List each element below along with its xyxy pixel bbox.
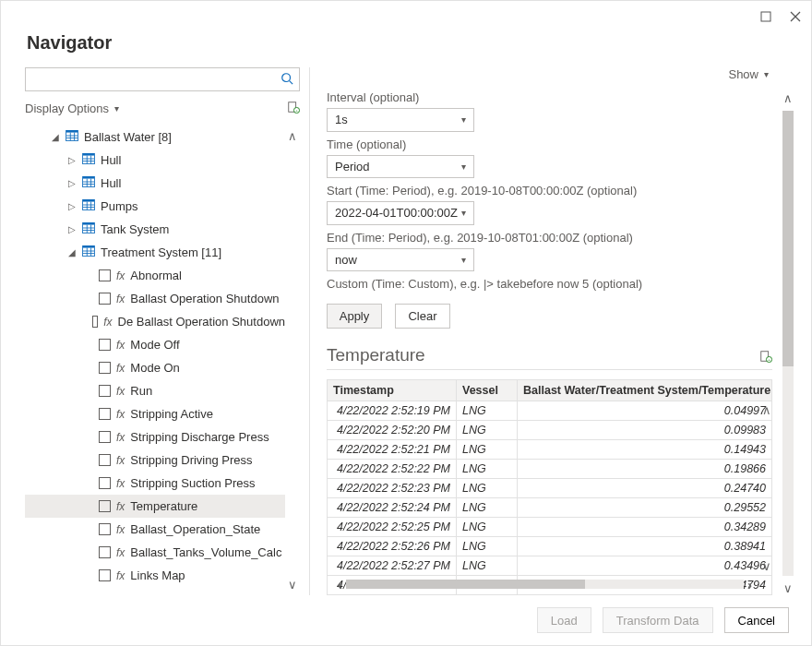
- table-row[interactable]: 4/22/2022 2:52:25 PMLNG0.34289: [328, 518, 772, 537]
- tree-node[interactable]: fxTemperature: [25, 495, 285, 518]
- tree-node[interactable]: fxBallast_Tanks_Volume_Calc: [25, 541, 285, 564]
- caret-right-icon[interactable]: ▷: [67, 178, 77, 188]
- tree-node[interactable]: fxLinks Map: [25, 564, 285, 587]
- scroll-up-icon[interactable]: ∧: [762, 403, 771, 417]
- tree-node[interactable]: fxStripping Active: [25, 402, 285, 425]
- display-options-dropdown[interactable]: Display Options ▾: [25, 102, 119, 115]
- checkbox[interactable]: [99, 500, 111, 512]
- cancel-button[interactable]: Cancel: [724, 607, 789, 633]
- caret-down-icon[interactable]: ◢: [67, 247, 77, 257]
- time-combo[interactable]: Period ▾: [327, 155, 474, 179]
- tree-node[interactable]: fxStripping Discharge Press: [25, 425, 285, 449]
- scroll-down-icon[interactable]: ∨: [288, 578, 297, 592]
- fx-icon: fx: [116, 408, 125, 421]
- checkbox[interactable]: [99, 546, 111, 558]
- table-row[interactable]: 4/22/2022 2:52:23 PMLNG0.24740: [328, 479, 772, 498]
- table-row[interactable]: 4/22/2022 2:52:21 PMLNG0.14943: [328, 440, 772, 460]
- table-row[interactable]: 4/22/2022 2:52:22 PMLNG0.19866: [328, 460, 772, 479]
- tree-node[interactable]: fxBallast_Operation_State: [25, 518, 285, 541]
- close-icon[interactable]: [789, 10, 802, 23]
- checkbox[interactable]: [99, 269, 111, 281]
- refresh-data-icon[interactable]: +: [759, 350, 772, 365]
- right-scrollbar[interactable]: ∧ ∨: [780, 67, 796, 595]
- tree-node[interactable]: fxDe Ballast Operation Shutdown: [25, 310, 285, 333]
- search-box[interactable]: [25, 67, 300, 91]
- maximize-icon[interactable]: [759, 10, 772, 23]
- tree-node[interactable]: ▷Tank System: [25, 218, 285, 241]
- refresh-icon[interactable]: +: [287, 101, 300, 116]
- tree-node[interactable]: fxMode On: [25, 356, 285, 379]
- start-label: Start (Time: Period), e.g. 2019-10-08T00…: [327, 184, 772, 197]
- table-icon: [82, 245, 95, 259]
- column-header[interactable]: Vessel: [457, 380, 518, 401]
- scroll-up-icon[interactable]: ∧: [783, 91, 793, 105]
- checkbox[interactable]: [92, 316, 98, 328]
- fx-icon: fx: [116, 293, 125, 305]
- cell-timestamp: 4/22/2022 2:52:23 PM: [328, 479, 457, 498]
- page-title: Navigator: [27, 32, 785, 54]
- caret-down-icon[interactable]: ◢: [51, 132, 60, 142]
- checkbox[interactable]: [99, 523, 111, 535]
- checkbox[interactable]: [99, 569, 111, 581]
- scroll-down-icon[interactable]: ∨: [783, 581, 793, 595]
- tree-node[interactable]: ◢Ballast Water [8]: [25, 126, 285, 149]
- scrollbar-thumb[interactable]: [346, 580, 585, 589]
- tree-node[interactable]: fxRun: [25, 379, 285, 402]
- tree-node-label: Mode On: [130, 361, 179, 375]
- tree-node[interactable]: fxStripping Driving Press: [25, 449, 285, 472]
- column-header[interactable]: Ballast Water/Treatment System/Temperatu…: [518, 380, 772, 401]
- tree-node[interactable]: fxBallast Operation Shutdown: [25, 287, 285, 310]
- tree-node-label: Ballast Operation Shutdown: [130, 292, 279, 305]
- tree-node-label: Stripping Suction Press: [130, 476, 255, 490]
- checkbox[interactable]: [99, 454, 111, 466]
- data-grid[interactable]: TimestampVesselBallast Water/Treatment S…: [327, 379, 772, 595]
- table-row[interactable]: 4/22/2022 2:52:26 PMLNG0.38941: [328, 537, 772, 556]
- checkbox[interactable]: [99, 339, 111, 351]
- clear-button[interactable]: Clear: [395, 304, 450, 329]
- table-row[interactable]: 4/22/2022 2:52:19 PMLNG0.04997: [328, 401, 772, 421]
- scroll-up-icon[interactable]: ∧: [288, 129, 297, 143]
- tree-node[interactable]: fxAbnormal: [25, 264, 285, 287]
- grid-horizontal-scrollbar[interactable]: ‹ ›: [338, 577, 752, 592]
- grid-vertical-scrollbar[interactable]: ∧ ∨: [759, 403, 774, 573]
- tree-node[interactable]: ◢Treatment System [11]: [25, 241, 285, 264]
- start-combo[interactable]: 2022-04-01T00:00:00Z ▾: [327, 201, 474, 225]
- search-input[interactable]: [31, 69, 281, 90]
- tree-node[interactable]: fxStripping Suction Press: [25, 472, 285, 495]
- checkbox[interactable]: [99, 408, 111, 420]
- column-header[interactable]: Timestamp: [328, 380, 457, 401]
- navigator-tree[interactable]: ◢Ballast Water [8]▷Hull▷Hull▷Pumps▷Tank …: [25, 126, 285, 595]
- scroll-right-icon[interactable]: ›: [747, 577, 752, 592]
- interval-combo[interactable]: 1s ▾: [327, 108, 474, 132]
- cell-vessel: LNG: [457, 401, 518, 421]
- titlebar: [1, 1, 811, 32]
- show-dropdown[interactable]: Show ▾: [728, 67, 769, 81]
- tree-node[interactable]: ▷Pumps: [25, 195, 285, 218]
- scrollbar-thumb[interactable]: [782, 111, 794, 366]
- checkbox[interactable]: [99, 431, 111, 443]
- table-row[interactable]: 4/22/2022 2:52:27 PMLNG0.43496: [328, 556, 772, 576]
- table-row[interactable]: 4/22/2022 2:52:20 PMLNG0.09983: [328, 421, 772, 440]
- svg-rect-33: [83, 225, 94, 233]
- caret-right-icon[interactable]: ▷: [67, 155, 77, 165]
- tree-node[interactable]: ▷Hull: [25, 149, 285, 172]
- cell-timestamp: 4/22/2022 2:52:21 PM: [328, 440, 457, 460]
- checkbox[interactable]: [99, 362, 111, 374]
- tree-node[interactable]: fxMode Off: [25, 333, 285, 356]
- cell-value: 0.43496: [518, 556, 772, 576]
- checkbox[interactable]: [99, 477, 111, 489]
- checkbox[interactable]: [99, 293, 111, 305]
- search-icon[interactable]: [281, 72, 293, 88]
- tree-node[interactable]: ▷Hull: [25, 172, 285, 195]
- scroll-left-icon[interactable]: ‹: [338, 577, 342, 592]
- svg-text:+: +: [295, 108, 298, 113]
- end-combo[interactable]: now ▾: [327, 248, 474, 272]
- checkbox[interactable]: [99, 385, 111, 397]
- caret-right-icon[interactable]: ▷: [67, 224, 77, 234]
- table-row[interactable]: 4/22/2022 2:52:24 PMLNG0.29552: [328, 498, 772, 518]
- svg-rect-27: [83, 202, 94, 210]
- caret-right-icon[interactable]: ▷: [67, 201, 77, 211]
- apply-button[interactable]: Apply: [327, 304, 382, 329]
- tree-scrollbar[interactable]: ∧ ∨: [285, 126, 300, 595]
- scroll-down-icon[interactable]: ∨: [762, 559, 771, 573]
